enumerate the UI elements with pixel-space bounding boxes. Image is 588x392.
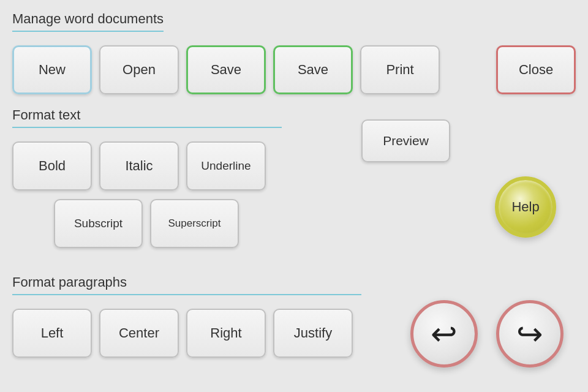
align-center-button[interactable]: Center bbox=[99, 309, 179, 358]
undo-button[interactable]: ↩ bbox=[410, 300, 478, 368]
format-text-title: Format text bbox=[12, 107, 282, 128]
save1-button[interactable]: Save bbox=[186, 45, 266, 94]
manage-section: Manage word documents New Open Save Save… bbox=[12, 11, 576, 94]
format-para-section: Format paragraphs Left Center Right Just… bbox=[12, 274, 361, 358]
save2-button[interactable]: Save bbox=[273, 45, 353, 94]
bold-button[interactable]: Bold bbox=[12, 141, 92, 190]
new-button[interactable]: New bbox=[12, 45, 92, 94]
redo-icon: ↪ bbox=[516, 318, 543, 350]
redo-button[interactable]: ↪ bbox=[496, 300, 564, 368]
format-text-row1: Bold Italic Underline bbox=[12, 141, 282, 190]
close-button[interactable]: Close bbox=[496, 45, 576, 94]
align-left-button[interactable]: Left bbox=[12, 309, 92, 358]
print-button[interactable]: Print bbox=[360, 45, 440, 94]
open-button[interactable]: Open bbox=[99, 45, 179, 94]
format-text-row2: Subscript Superscript bbox=[54, 199, 282, 248]
underline-button[interactable]: Underline bbox=[186, 141, 266, 190]
italic-button[interactable]: Italic bbox=[99, 141, 179, 190]
manage-title: Manage word documents bbox=[12, 11, 164, 32]
format-para-title: Format paragraphs bbox=[12, 274, 361, 295]
help-button[interactable]: Help bbox=[495, 176, 556, 238]
format-text-section: Format text Bold Italic Underline Subscr… bbox=[12, 107, 282, 248]
manage-buttons: New Open Save Save Print Close bbox=[12, 45, 576, 94]
preview-button[interactable]: Preview bbox=[361, 119, 450, 162]
undo-icon: ↩ bbox=[431, 318, 458, 350]
align-justify-button[interactable]: Justify bbox=[273, 309, 353, 358]
format-para-buttons: Left Center Right Justify bbox=[12, 309, 361, 358]
align-right-button[interactable]: Right bbox=[186, 309, 266, 358]
subscript-button[interactable]: Subscript bbox=[54, 199, 143, 248]
superscript-button[interactable]: Superscript bbox=[150, 199, 239, 248]
